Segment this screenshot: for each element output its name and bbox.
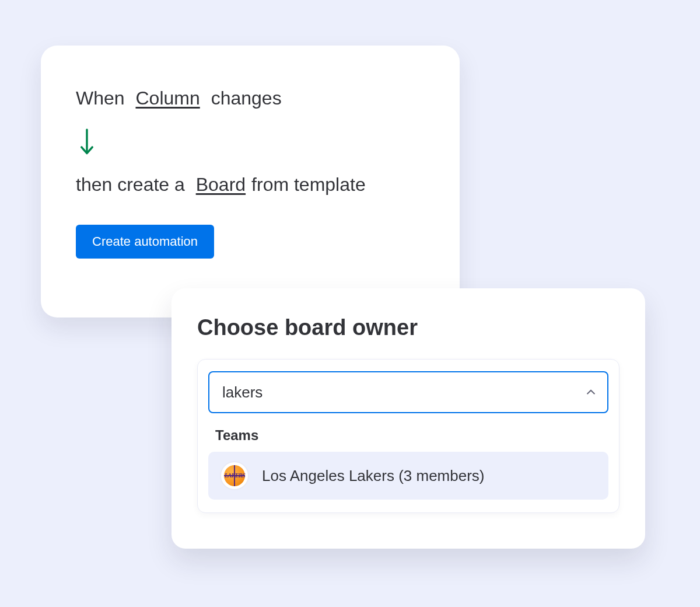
owner-search-input[interactable]: [209, 372, 575, 412]
trigger-suffix: changes: [206, 86, 282, 111]
team-option[interactable]: LAKERS Los Angeles Lakers (3 members): [208, 452, 608, 500]
choose-board-owner-card: Choose board owner Teams LAKERS Los Ange…: [172, 288, 645, 549]
trigger-column-token[interactable]: Column: [135, 86, 200, 111]
owner-picker-title: Choose board owner: [197, 315, 620, 340]
automation-action-line: then create a Board from template: [76, 173, 425, 197]
owner-dropdown-panel: Teams LAKERS Los Angeles Lakers (3 membe…: [197, 359, 620, 513]
trigger-prefix: When: [76, 86, 130, 111]
automation-trigger-line: When Column changes: [76, 86, 425, 111]
chevron-up-icon: [585, 386, 597, 398]
action-prefix: then create a: [76, 173, 190, 197]
team-avatar-icon: LAKERS: [220, 461, 249, 490]
owner-search-wrapper: [208, 371, 608, 413]
action-suffix: from template: [251, 173, 366, 197]
action-board-token[interactable]: Board: [196, 173, 246, 197]
create-automation-button[interactable]: Create automation: [76, 225, 214, 259]
teams-section-label: Teams: [215, 427, 608, 444]
team-option-label: Los Angeles Lakers (3 members): [262, 467, 485, 485]
dropdown-toggle[interactable]: [575, 386, 607, 398]
arrow-down-icon: [78, 128, 96, 155]
automation-card: When Column changes then create a Board …: [41, 46, 460, 318]
